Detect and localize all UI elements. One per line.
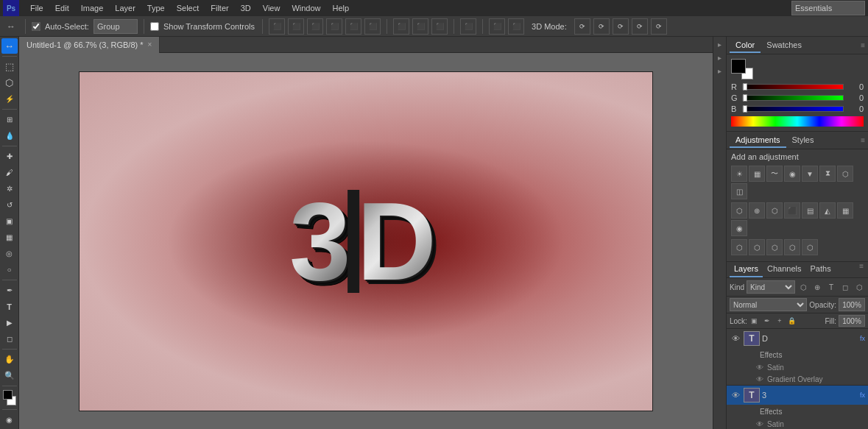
dodge-tool[interactable]: ○ bbox=[1, 262, 18, 277]
canvas-scroll[interactable]: 3 3 3 3 D D D D bbox=[19, 53, 713, 429]
brush-tool[interactable]: 🖌 bbox=[1, 165, 18, 180]
layer-d-satin-eye[interactable]: 👁 bbox=[755, 362, 765, 372]
dist2-btn[interactable]: ⬛ bbox=[431, 18, 448, 35]
extra-btn[interactable]: ⬛ bbox=[508, 18, 524, 35]
color-panel-collapse[interactable]: ≡ bbox=[861, 41, 865, 49]
3d-zoom-btn[interactable]: ⟳ bbox=[613, 18, 629, 35]
auto-select-type[interactable]: Group Layer bbox=[93, 19, 138, 34]
g-slider[interactable] bbox=[742, 95, 844, 101]
filter-adj-icon[interactable]: ⊕ bbox=[811, 281, 823, 293]
align-left-btn[interactable]: ⬛ bbox=[269, 18, 285, 35]
adj-extra-1[interactable]: ⬡ bbox=[731, 239, 747, 255]
more-btn[interactable]: ⬛ bbox=[489, 18, 505, 35]
photo-filter-adj[interactable]: ⬡ bbox=[731, 202, 747, 219]
brightness-adj[interactable]: ☀ bbox=[731, 166, 747, 182]
gradient-map-adj[interactable]: ▦ bbox=[837, 202, 853, 219]
hsl-adj[interactable]: ⧗ bbox=[819, 166, 836, 182]
arrange-btn[interactable]: ⬛ bbox=[460, 18, 476, 35]
blur-tool[interactable]: ◎ bbox=[1, 246, 18, 261]
collapse-color-icon[interactable]: ▸ bbox=[714, 38, 726, 50]
collapse-layers-icon[interactable]: ▸ bbox=[714, 65, 726, 77]
filter-smart-icon[interactable]: ⬡ bbox=[853, 281, 865, 293]
bw-adj[interactable]: ◫ bbox=[731, 183, 747, 199]
align-bottom-btn[interactable]: ⬛ bbox=[364, 18, 381, 35]
layer-3-row[interactable]: 👁 T 3 fx bbox=[727, 386, 868, 405]
lock-transparent-icon[interactable]: ▣ bbox=[749, 316, 760, 326]
spot-heal-tool[interactable]: ✚ bbox=[1, 149, 18, 164]
layer-3-satin-eye[interactable]: 👁 bbox=[755, 419, 765, 429]
adj-panel-collapse[interactable]: ≡ bbox=[861, 136, 865, 144]
dist-v-btn[interactable]: ⬛ bbox=[412, 18, 428, 35]
layers-panel-collapse[interactable]: ≡ bbox=[859, 262, 864, 277]
color-swatches[interactable] bbox=[1, 390, 18, 405]
align-center-v-btn[interactable]: ⬛ bbox=[345, 18, 361, 35]
exposure-adj[interactable]: ◉ bbox=[784, 166, 800, 182]
magic-wand-tool[interactable]: ⚡ bbox=[1, 91, 18, 107]
adj-extra-3[interactable]: ⬡ bbox=[766, 239, 783, 255]
menu-view[interactable]: View bbox=[258, 2, 286, 14]
layer-d-visibility[interactable]: 👁 bbox=[730, 333, 741, 344]
collapse-adj-icon[interactable]: ▸ bbox=[714, 52, 726, 63]
lock-position-icon[interactable]: + bbox=[775, 316, 785, 326]
tab-layers[interactable]: Layers bbox=[730, 262, 763, 277]
adj-extra-4[interactable]: ⬡ bbox=[784, 239, 800, 255]
history-brush-tool[interactable]: ↺ bbox=[1, 197, 18, 213]
opacity-input[interactable] bbox=[839, 298, 865, 311]
menu-filter[interactable]: Filter bbox=[205, 2, 233, 14]
layer-3-visibility[interactable]: 👁 bbox=[730, 389, 741, 401]
gradient-tool[interactable]: ▦ bbox=[1, 230, 18, 245]
blend-mode-select[interactable]: Normal bbox=[730, 298, 807, 311]
clone-stamp-tool[interactable]: ✲ bbox=[1, 181, 18, 196]
tab-styles[interactable]: Styles bbox=[786, 133, 820, 148]
menu-help[interactable]: Help bbox=[328, 2, 355, 14]
layer-d-gradient-eye[interactable]: 👁 bbox=[755, 374, 765, 384]
eyedropper-tool[interactable]: 💧 bbox=[1, 128, 18, 143]
3d-scale-btn[interactable]: ⟳ bbox=[651, 18, 667, 35]
transform-checkbox[interactable] bbox=[150, 22, 159, 31]
invert-adj[interactable]: ⬛ bbox=[784, 202, 800, 219]
menu-layer[interactable]: Layer bbox=[110, 2, 141, 14]
tab-channels[interactable]: Channels bbox=[763, 262, 805, 277]
adj-extra-5[interactable]: ⬡ bbox=[802, 239, 818, 255]
quick-mask-tool[interactable]: ◉ bbox=[1, 412, 18, 428]
b-slider[interactable] bbox=[742, 106, 844, 112]
menu-type[interactable]: Type bbox=[142, 2, 170, 14]
tab-adjustments[interactable]: Adjustments bbox=[730, 133, 786, 148]
layer-d-effects-eye[interactable] bbox=[747, 350, 758, 360]
dist-h-btn[interactable]: ⬛ bbox=[393, 18, 409, 35]
text-tool[interactable]: T bbox=[1, 299, 18, 314]
lock-paint-icon[interactable]: ✒ bbox=[762, 316, 772, 326]
move-tool[interactable]: ↔ bbox=[1, 38, 18, 54]
3d-slide-btn[interactable]: ⟳ bbox=[632, 18, 648, 35]
menu-image[interactable]: Image bbox=[76, 2, 109, 14]
crop-tool[interactable]: ⊞ bbox=[1, 112, 18, 127]
align-right-btn[interactable]: ⬛ bbox=[307, 18, 323, 35]
threshold-adj[interactable]: ◭ bbox=[819, 202, 836, 219]
auto-select-checkbox[interactable] bbox=[32, 22, 40, 31]
zoom-tool[interactable]: 🔍 bbox=[1, 368, 18, 383]
posterize-adj[interactable]: ▤ bbox=[802, 202, 818, 219]
color-spectrum[interactable] bbox=[731, 116, 864, 127]
layer-3-fx[interactable]: fx bbox=[860, 391, 865, 399]
levels-adj[interactable]: ▦ bbox=[749, 166, 765, 182]
marquee-tool[interactable]: ⬚ bbox=[1, 59, 18, 74]
path-select-tool[interactable]: ▶ bbox=[1, 315, 18, 330]
menu-window[interactable]: Window bbox=[286, 2, 325, 14]
menu-select[interactable]: Select bbox=[172, 2, 205, 14]
eraser-tool[interactable]: ▣ bbox=[1, 213, 18, 229]
3d-pan-btn[interactable]: ⟳ bbox=[593, 18, 610, 35]
tab-swatches[interactable]: Swatches bbox=[761, 38, 808, 53]
colorlookup-adj[interactable]: ⬡ bbox=[766, 202, 783, 219]
channel-mix-adj[interactable]: ⊕ bbox=[749, 202, 765, 219]
menu-edit[interactable]: Edit bbox=[50, 2, 74, 14]
layer-d-fx[interactable]: fx bbox=[860, 335, 865, 342]
lasso-tool[interactable]: ⬡ bbox=[1, 75, 18, 91]
filter-type-icon[interactable]: T bbox=[825, 281, 837, 293]
shape-tool[interactable]: ◻ bbox=[1, 331, 18, 347]
hand-tool[interactable]: ✋ bbox=[1, 352, 18, 367]
adj-extra-2[interactable]: ⬡ bbox=[749, 239, 765, 255]
filter-shape-icon[interactable]: ◻ bbox=[839, 281, 851, 293]
tab-close-btn[interactable]: × bbox=[148, 40, 152, 49]
align-top-btn[interactable]: ⬛ bbox=[326, 18, 342, 35]
fill-input[interactable] bbox=[839, 315, 865, 327]
